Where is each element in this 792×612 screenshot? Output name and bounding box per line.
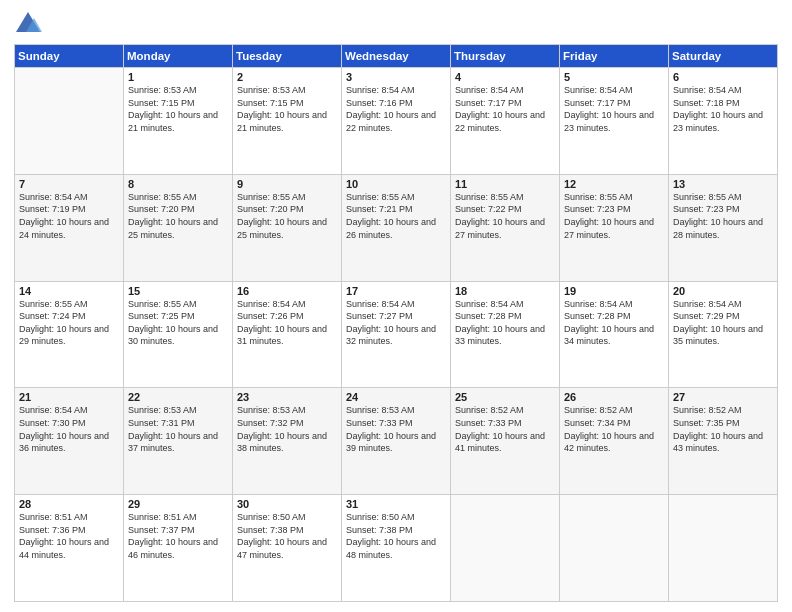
day-number: 5 (564, 71, 664, 83)
day-info: Sunrise: 8:54 AMSunset: 7:28 PMDaylight:… (455, 298, 555, 348)
day-info: Sunrise: 8:55 AMSunset: 7:20 PMDaylight:… (128, 191, 228, 241)
calendar-cell: 10Sunrise: 8:55 AMSunset: 7:21 PMDayligh… (342, 174, 451, 281)
day-number: 19 (564, 285, 664, 297)
calendar-cell: 17Sunrise: 8:54 AMSunset: 7:27 PMDayligh… (342, 281, 451, 388)
calendar-cell: 29Sunrise: 8:51 AMSunset: 7:37 PMDayligh… (124, 495, 233, 602)
calendar-cell: 28Sunrise: 8:51 AMSunset: 7:36 PMDayligh… (15, 495, 124, 602)
calendar-cell (669, 495, 778, 602)
day-number: 9 (237, 178, 337, 190)
day-info: Sunrise: 8:54 AMSunset: 7:30 PMDaylight:… (19, 404, 119, 454)
calendar-cell: 23Sunrise: 8:53 AMSunset: 7:32 PMDayligh… (233, 388, 342, 495)
week-row-5: 28Sunrise: 8:51 AMSunset: 7:36 PMDayligh… (15, 495, 778, 602)
calendar-cell: 3Sunrise: 8:54 AMSunset: 7:16 PMDaylight… (342, 68, 451, 175)
day-number: 11 (455, 178, 555, 190)
day-number: 25 (455, 391, 555, 403)
calendar-cell: 25Sunrise: 8:52 AMSunset: 7:33 PMDayligh… (451, 388, 560, 495)
calendar-cell: 2Sunrise: 8:53 AMSunset: 7:15 PMDaylight… (233, 68, 342, 175)
calendar-cell: 20Sunrise: 8:54 AMSunset: 7:29 PMDayligh… (669, 281, 778, 388)
day-info: Sunrise: 8:50 AMSunset: 7:38 PMDaylight:… (237, 511, 337, 561)
day-number: 13 (673, 178, 773, 190)
calendar-cell: 26Sunrise: 8:52 AMSunset: 7:34 PMDayligh… (560, 388, 669, 495)
week-row-2: 7Sunrise: 8:54 AMSunset: 7:19 PMDaylight… (15, 174, 778, 281)
logo (14, 10, 46, 38)
calendar-cell: 13Sunrise: 8:55 AMSunset: 7:23 PMDayligh… (669, 174, 778, 281)
day-info: Sunrise: 8:55 AMSunset: 7:24 PMDaylight:… (19, 298, 119, 348)
day-info: Sunrise: 8:54 AMSunset: 7:26 PMDaylight:… (237, 298, 337, 348)
day-info: Sunrise: 8:51 AMSunset: 7:36 PMDaylight:… (19, 511, 119, 561)
calendar-cell: 31Sunrise: 8:50 AMSunset: 7:38 PMDayligh… (342, 495, 451, 602)
day-number: 16 (237, 285, 337, 297)
calendar-cell: 4Sunrise: 8:54 AMSunset: 7:17 PMDaylight… (451, 68, 560, 175)
calendar-cell: 30Sunrise: 8:50 AMSunset: 7:38 PMDayligh… (233, 495, 342, 602)
day-info: Sunrise: 8:52 AMSunset: 7:35 PMDaylight:… (673, 404, 773, 454)
calendar-cell: 6Sunrise: 8:54 AMSunset: 7:18 PMDaylight… (669, 68, 778, 175)
calendar-cell: 21Sunrise: 8:54 AMSunset: 7:30 PMDayligh… (15, 388, 124, 495)
day-number: 17 (346, 285, 446, 297)
day-info: Sunrise: 8:50 AMSunset: 7:38 PMDaylight:… (346, 511, 446, 561)
calendar-cell: 12Sunrise: 8:55 AMSunset: 7:23 PMDayligh… (560, 174, 669, 281)
day-number: 18 (455, 285, 555, 297)
day-info: Sunrise: 8:54 AMSunset: 7:29 PMDaylight:… (673, 298, 773, 348)
day-number: 7 (19, 178, 119, 190)
weekday-header-thursday: Thursday (451, 45, 560, 68)
day-number: 24 (346, 391, 446, 403)
day-number: 22 (128, 391, 228, 403)
day-number: 27 (673, 391, 773, 403)
day-info: Sunrise: 8:54 AMSunset: 7:16 PMDaylight:… (346, 84, 446, 134)
calendar-cell: 8Sunrise: 8:55 AMSunset: 7:20 PMDaylight… (124, 174, 233, 281)
day-number: 29 (128, 498, 228, 510)
day-info: Sunrise: 8:51 AMSunset: 7:37 PMDaylight:… (128, 511, 228, 561)
day-number: 26 (564, 391, 664, 403)
header (14, 10, 778, 38)
calendar-cell (15, 68, 124, 175)
day-info: Sunrise: 8:54 AMSunset: 7:18 PMDaylight:… (673, 84, 773, 134)
calendar-cell: 16Sunrise: 8:54 AMSunset: 7:26 PMDayligh… (233, 281, 342, 388)
day-number: 23 (237, 391, 337, 403)
logo-icon (14, 10, 42, 38)
calendar-table: SundayMondayTuesdayWednesdayThursdayFrid… (14, 44, 778, 602)
day-number: 1 (128, 71, 228, 83)
day-info: Sunrise: 8:55 AMSunset: 7:22 PMDaylight:… (455, 191, 555, 241)
week-row-4: 21Sunrise: 8:54 AMSunset: 7:30 PMDayligh… (15, 388, 778, 495)
day-info: Sunrise: 8:55 AMSunset: 7:23 PMDaylight:… (673, 191, 773, 241)
day-info: Sunrise: 8:54 AMSunset: 7:27 PMDaylight:… (346, 298, 446, 348)
day-info: Sunrise: 8:52 AMSunset: 7:34 PMDaylight:… (564, 404, 664, 454)
day-number: 8 (128, 178, 228, 190)
day-number: 12 (564, 178, 664, 190)
day-info: Sunrise: 8:55 AMSunset: 7:25 PMDaylight:… (128, 298, 228, 348)
calendar-cell: 5Sunrise: 8:54 AMSunset: 7:17 PMDaylight… (560, 68, 669, 175)
calendar-cell: 14Sunrise: 8:55 AMSunset: 7:24 PMDayligh… (15, 281, 124, 388)
day-number: 4 (455, 71, 555, 83)
day-info: Sunrise: 8:53 AMSunset: 7:15 PMDaylight:… (128, 84, 228, 134)
day-info: Sunrise: 8:53 AMSunset: 7:31 PMDaylight:… (128, 404, 228, 454)
calendar-cell: 9Sunrise: 8:55 AMSunset: 7:20 PMDaylight… (233, 174, 342, 281)
day-number: 3 (346, 71, 446, 83)
day-info: Sunrise: 8:53 AMSunset: 7:15 PMDaylight:… (237, 84, 337, 134)
day-info: Sunrise: 8:52 AMSunset: 7:33 PMDaylight:… (455, 404, 555, 454)
week-row-3: 14Sunrise: 8:55 AMSunset: 7:24 PMDayligh… (15, 281, 778, 388)
calendar-cell (560, 495, 669, 602)
calendar-cell: 27Sunrise: 8:52 AMSunset: 7:35 PMDayligh… (669, 388, 778, 495)
day-number: 30 (237, 498, 337, 510)
day-info: Sunrise: 8:54 AMSunset: 7:17 PMDaylight:… (564, 84, 664, 134)
day-number: 2 (237, 71, 337, 83)
day-info: Sunrise: 8:54 AMSunset: 7:19 PMDaylight:… (19, 191, 119, 241)
calendar-cell (451, 495, 560, 602)
day-info: Sunrise: 8:55 AMSunset: 7:20 PMDaylight:… (237, 191, 337, 241)
calendar-cell: 19Sunrise: 8:54 AMSunset: 7:28 PMDayligh… (560, 281, 669, 388)
calendar-page: SundayMondayTuesdayWednesdayThursdayFrid… (0, 0, 792, 612)
calendar-cell: 7Sunrise: 8:54 AMSunset: 7:19 PMDaylight… (15, 174, 124, 281)
weekday-header-friday: Friday (560, 45, 669, 68)
day-number: 28 (19, 498, 119, 510)
day-info: Sunrise: 8:54 AMSunset: 7:28 PMDaylight:… (564, 298, 664, 348)
day-number: 20 (673, 285, 773, 297)
day-number: 21 (19, 391, 119, 403)
day-info: Sunrise: 8:54 AMSunset: 7:17 PMDaylight:… (455, 84, 555, 134)
day-info: Sunrise: 8:53 AMSunset: 7:33 PMDaylight:… (346, 404, 446, 454)
weekday-header-row: SundayMondayTuesdayWednesdayThursdayFrid… (15, 45, 778, 68)
calendar-cell: 18Sunrise: 8:54 AMSunset: 7:28 PMDayligh… (451, 281, 560, 388)
day-number: 10 (346, 178, 446, 190)
calendar-cell: 1Sunrise: 8:53 AMSunset: 7:15 PMDaylight… (124, 68, 233, 175)
day-number: 31 (346, 498, 446, 510)
day-info: Sunrise: 8:55 AMSunset: 7:21 PMDaylight:… (346, 191, 446, 241)
